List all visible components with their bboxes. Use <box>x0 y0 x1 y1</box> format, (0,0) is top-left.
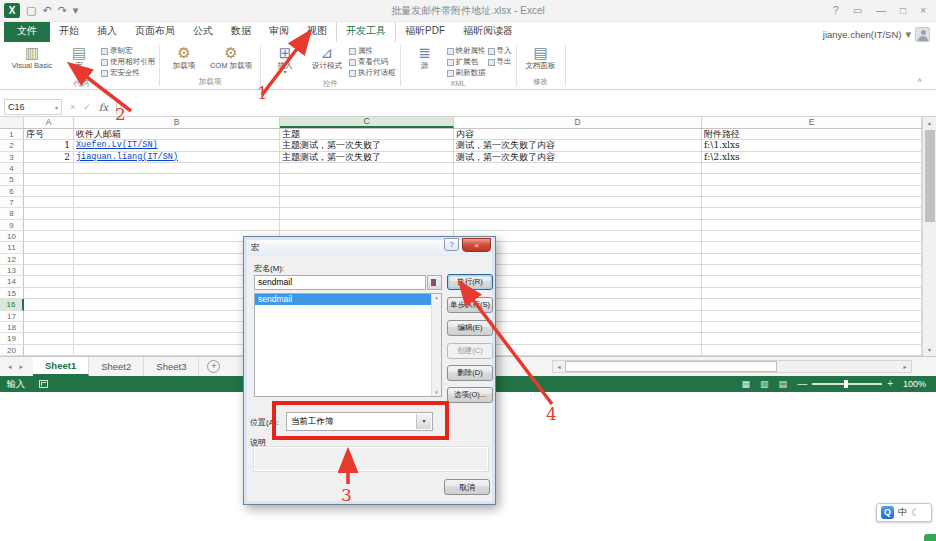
insert-function-icon[interactable]: fx <box>99 102 108 113</box>
dialog-run-button[interactable]: 执行(R) <box>447 274 493 290</box>
row-header-8[interactable]: 8 <box>0 208 24 219</box>
sheet-tab-Sheet1[interactable]: Sheet1 <box>33 357 89 376</box>
cell-B2[interactable]: Xuefen.Lv(IT/SN) <box>74 140 280 151</box>
dialog-delete-button[interactable]: 删除(D) <box>447 365 493 381</box>
column-header-E[interactable]: E <box>702 117 922 128</box>
sheet-tab-Sheet2[interactable]: Sheet2 <box>89 357 144 376</box>
new-sheet-button[interactable]: + <box>207 360 220 373</box>
horizontal-scroll-thumb[interactable] <box>565 361 777 372</box>
document-panel-button[interactable]: ▤ 文档面板 <box>521 44 561 70</box>
horizontal-scrollbar[interactable]: ◂ ▸ <box>552 360 912 373</box>
run-dialog-button[interactable]: 执行对话框 <box>349 68 396 78</box>
cell-D9[interactable] <box>454 220 702 231</box>
page-layout-view-icon[interactable]: ▥ <box>760 380 769 389</box>
ribbon-tab-视图[interactable]: 视图 <box>298 21 336 42</box>
cell-A7[interactable] <box>24 197 74 208</box>
select-all-corner[interactable] <box>0 117 24 128</box>
cell-C4[interactable] <box>280 163 454 174</box>
export-button[interactable]: 导出 <box>488 57 512 67</box>
cell-E17[interactable] <box>702 311 922 322</box>
cell-E5[interactable] <box>702 174 922 185</box>
dialog-close-button[interactable]: × <box>462 238 491 252</box>
column-header-B[interactable]: B <box>74 117 280 128</box>
page-break-view-icon[interactable]: ▤ <box>779 380 788 389</box>
cell-C7[interactable] <box>280 197 454 208</box>
cell-E20[interactable] <box>702 345 922 356</box>
macro-list-scrollbar[interactable]: ▴ ▾ <box>431 294 441 396</box>
cell-E7[interactable] <box>702 197 922 208</box>
ime-toolbar[interactable]: Q 中 ☾ <box>876 503 932 522</box>
map-properties-button[interactable]: 映射属性 <box>447 46 486 56</box>
cell-A4[interactable] <box>24 163 74 174</box>
cell-A14[interactable] <box>24 276 74 287</box>
cell-A15[interactable] <box>24 288 74 299</box>
row-header-17[interactable]: 17 <box>0 311 24 322</box>
cell-D7[interactable] <box>454 197 702 208</box>
row-header-6[interactable]: 6 <box>0 186 24 197</box>
dialog-edit-button[interactable]: 编辑(E) <box>447 320 493 336</box>
properties-button[interactable]: 属性 <box>349 46 396 56</box>
confirm-entry-icon[interactable]: ✓ <box>83 102 91 112</box>
addins-button[interactable]: ⚙ 加载项 <box>164 44 204 70</box>
account-area[interactable]: jianye.chen(IT/SN) ▾ <box>823 27 936 42</box>
ribbon-tab-插入[interactable]: 插入 <box>88 21 126 42</box>
cell-D2[interactable]: 测试，第一次失败了内容 <box>454 140 702 151</box>
row-header-3[interactable]: 3 <box>0 152 24 163</box>
list-scroll-down-icon[interactable]: ▾ <box>432 389 441 395</box>
cell-A16[interactable] <box>24 299 74 310</box>
com-addins-button[interactable]: ⚙ COM 加载项 <box>206 44 256 70</box>
cell-C1[interactable]: 主题 <box>280 129 454 140</box>
ribbon-tab-开始[interactable]: 开始 <box>50 21 88 42</box>
hscroll-left-icon[interactable]: ◂ <box>553 361 565 372</box>
maximize-button[interactable]: □ <box>900 6 906 16</box>
cell-E6[interactable] <box>702 186 922 197</box>
cell-B6[interactable] <box>74 186 280 197</box>
ime-logo-icon[interactable]: Q <box>881 506 894 519</box>
cell-A10[interactable] <box>24 231 74 242</box>
cell-E10[interactable] <box>702 231 922 242</box>
cell-D6[interactable] <box>454 186 702 197</box>
zoom-in-icon[interactable]: + <box>887 379 893 389</box>
zoom-slider[interactable]: — + <box>797 379 893 389</box>
zoom-slider-thumb[interactable] <box>844 380 848 388</box>
row-header-13[interactable]: 13 <box>0 265 24 276</box>
list-scroll-up-icon[interactable]: ▴ <box>435 294 438 300</box>
row-header-11[interactable]: 11 <box>0 242 24 253</box>
column-header-D[interactable]: D <box>454 117 702 128</box>
ime-fullhalf-moon-icon[interactable]: ☾ <box>911 508 920 518</box>
hscroll-right-icon[interactable]: ▸ <box>899 361 911 372</box>
macro-name-input[interactable]: sendmail <box>254 275 426 290</box>
refresh-data-button[interactable]: 刷新数据 <box>447 68 486 78</box>
column-header-A[interactable]: A <box>24 117 74 128</box>
row-header-19[interactable]: 19 <box>0 333 24 344</box>
collapse-ribbon-icon[interactable]: ˄ <box>917 76 922 85</box>
cell-E3[interactable]: f:\2.xlxs <box>702 152 922 163</box>
row-header-20[interactable]: 20 <box>0 345 24 356</box>
cell-B1[interactable]: 收件人邮箱 <box>74 129 280 140</box>
row-header-10[interactable]: 10 <box>0 231 24 242</box>
ribbon-tab-数据[interactable]: 数据 <box>222 21 260 42</box>
row-header-1[interactable]: 1 <box>0 129 24 140</box>
row-header-4[interactable]: 4 <box>0 163 24 174</box>
scroll-up-icon[interactable]: ▴ <box>923 117 936 129</box>
ribbon-tab-福昕阅读器[interactable]: 福昕阅读器 <box>454 21 522 42</box>
cell-E2[interactable]: f:\1.xlxs <box>702 140 922 151</box>
cell-A11[interactable] <box>24 242 74 253</box>
record-macro-button[interactable]: 录制宏 <box>101 46 155 56</box>
cancel-entry-icon[interactable]: × <box>70 102 75 112</box>
row-header-15[interactable]: 15 <box>0 288 24 299</box>
zoom-level[interactable]: 100% <box>903 379 926 389</box>
ribbon-tab-审阅[interactable]: 审阅 <box>260 21 298 42</box>
ribbon-tab-页面布局[interactable]: 页面布局 <box>126 21 184 42</box>
cell-E18[interactable] <box>702 322 922 333</box>
cell-A19[interactable] <box>24 333 74 344</box>
sheet-nav-right-icon[interactable]: ▸ <box>20 363 24 371</box>
cell-A9[interactable] <box>24 220 74 231</box>
cell-D8[interactable] <box>454 208 702 219</box>
ribbon-tab-公式[interactable]: 公式 <box>184 21 222 42</box>
cell-A13[interactable] <box>24 265 74 276</box>
row-header-16[interactable]: 16 <box>0 299 24 310</box>
macro-list[interactable]: sendmail ▴ ▾ <box>254 293 442 397</box>
import-button[interactable]: 导入 <box>488 46 512 56</box>
macro-security-button[interactable]: 宏安全性 <box>101 68 155 78</box>
